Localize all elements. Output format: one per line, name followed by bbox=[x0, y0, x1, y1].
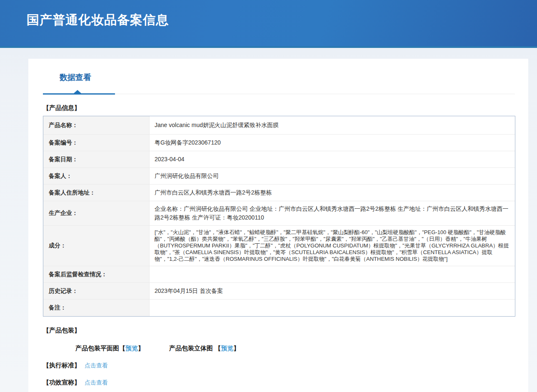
standard-view-link[interactable]: 点击查看 bbox=[85, 362, 108, 369]
table-row: 生产企业： 企业名称：广州润研化妆品有限公司 企业地址：广州市白云区人和镇秀水塘… bbox=[43, 201, 515, 226]
section-efficacy-title: 【功效宣称】 bbox=[43, 379, 80, 386]
tab-data-view[interactable]: 数据查看 bbox=[60, 73, 91, 82]
tab-bar: 数据查看 bbox=[43, 72, 515, 94]
row-label: 备案人住所地址： bbox=[43, 185, 150, 201]
row-value: ["水"，"火山泥"，"甘油"，"液体石蜡"，"鲸蜡硬脂醇"，"聚二甲基硅氧烷"… bbox=[150, 226, 515, 266]
page-title: 国产普通化妆品备案信息 bbox=[27, 12, 537, 29]
packaging-stereo-preview-link[interactable]: 预览 bbox=[221, 345, 233, 352]
packaging-stereo-bracket-close: 】 bbox=[233, 345, 240, 352]
row-value: 粤G妆网备字2023067120 bbox=[150, 135, 515, 151]
row-label: 产品名称： bbox=[43, 116, 150, 134]
row-label: 备案人： bbox=[43, 168, 150, 184]
packaging-stereo-label: 产品包装立体图 bbox=[169, 345, 215, 352]
table-row: 备案人： 广州润研化妆品有限公司 bbox=[43, 168, 515, 185]
section-packaging-title: 【产品包装】 bbox=[43, 327, 515, 335]
row-label: 生产企业： bbox=[43, 201, 150, 225]
page: 国产普通化妆品备案信息 数据查看 【产品信息】 产品名称： Jane volca… bbox=[0, 0, 537, 392]
row-label: 备注： bbox=[43, 300, 150, 316]
tab-caret-icon bbox=[74, 90, 81, 93]
efficacy-section: 【功效宣称】点击查看 bbox=[43, 379, 515, 387]
tab-active-underline bbox=[43, 93, 115, 95]
efficacy-view-link[interactable]: 点击查看 bbox=[85, 379, 108, 386]
standard-section: 【执行标准】点击查看 bbox=[43, 362, 515, 370]
row-label: 备案编号： bbox=[43, 135, 150, 151]
table-row: 历史记录： 2023年04月15日 首次备案 bbox=[43, 283, 515, 300]
row-value: 企业名称：广州润研化妆品有限公司 企业地址：广州市白云区人和镇秀水塘西一路2号2… bbox=[150, 201, 515, 225]
table-row: 备案后监督检查情况： bbox=[43, 266, 515, 283]
packaging-flat-bracket-close: 】 bbox=[138, 345, 144, 352]
row-value: 2023年04月15日 首次备案 bbox=[150, 283, 515, 299]
table-row: 成分： ["水"，"火山泥"，"甘油"，"液体石蜡"，"鲸蜡硬脂醇"，"聚二甲基… bbox=[43, 226, 515, 266]
table-row: 产品名称： Jane volcanic mud妍泥火山泥舒缓紧致补水面膜 bbox=[43, 116, 515, 135]
row-label: 历史记录： bbox=[43, 283, 150, 299]
table-row: 备案日期： 2023-04-04 bbox=[43, 151, 515, 168]
table-row: 备注： bbox=[43, 300, 515, 316]
row-value bbox=[150, 300, 515, 316]
main-content: 数据查看 【产品信息】 产品名称： Jane volcanic mud妍泥火山泥… bbox=[0, 59, 537, 392]
row-label: 备案日期： bbox=[43, 151, 150, 167]
row-value: 2023-04-04 bbox=[150, 151, 515, 167]
row-label: 备案后监督检查情况： bbox=[43, 266, 150, 282]
page-header: 国产普通化妆品备案信息 bbox=[0, 0, 537, 48]
row-value bbox=[150, 266, 515, 282]
product-info-table: 产品名称： Jane volcanic mud妍泥火山泥舒缓紧致补水面膜 备案编… bbox=[43, 116, 515, 317]
packaging-flat-bracket-open: 【 bbox=[119, 345, 125, 352]
section-standard-title: 【执行标准】 bbox=[43, 362, 80, 369]
content-card: 数据查看 【产品信息】 产品名称： Jane volcanic mud妍泥火山泥… bbox=[28, 59, 528, 392]
section-product-info-title: 【产品信息】 bbox=[43, 104, 515, 112]
packaging-flat-preview-link[interactable]: 预览 bbox=[125, 345, 138, 352]
row-label: 成分： bbox=[43, 226, 150, 266]
row-value: Jane volcanic mud妍泥火山泥舒缓紧致补水面膜 bbox=[150, 116, 515, 134]
packaging-flat-label: 产品包装平面图 bbox=[75, 345, 119, 352]
packaging-previews: 产品包装平面图【预览】产品包装立体图 【预览】 bbox=[75, 345, 515, 352]
row-value: 广州润研化妆品有限公司 bbox=[150, 168, 515, 184]
table-row: 备案编号： 粤G妆网备字2023067120 bbox=[43, 135, 515, 151]
row-value: 广州市白云区人和镇秀水塘西一路2号2栋整栋 bbox=[150, 185, 515, 201]
table-row: 备案人住所地址： 广州市白云区人和镇秀水塘西一路2号2栋整栋 bbox=[43, 185, 515, 201]
packaging-stereo-bracket-open: 【 bbox=[215, 345, 221, 352]
